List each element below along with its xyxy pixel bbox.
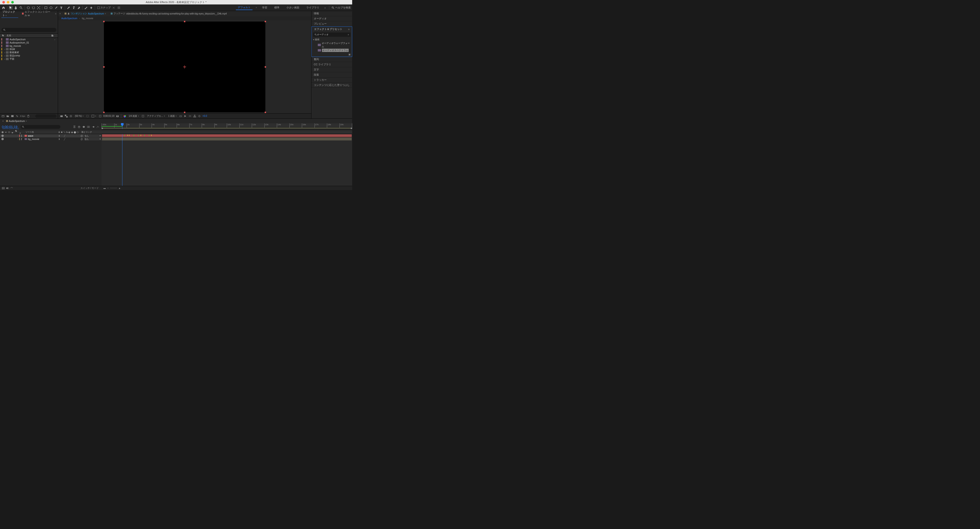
switch-icon[interactable]: ⬍ bbox=[58, 135, 60, 137]
channels-icon[interactable] bbox=[99, 115, 102, 118]
visibility-toggle-icon[interactable] bbox=[2, 135, 4, 137]
tabs-overflow-icon[interactable]: » bbox=[54, 12, 58, 15]
roto-brush-tool-icon[interactable] bbox=[84, 6, 88, 10]
panel-content-aware-fill[interactable]: コンテンツに応じた塗りつぶし bbox=[312, 83, 352, 88]
effects-search-input[interactable] bbox=[317, 33, 348, 36]
graph-editor-icon[interactable] bbox=[96, 125, 100, 129]
snap-options-2-icon[interactable] bbox=[117, 6, 121, 10]
flowchart-icon[interactable] bbox=[193, 115, 196, 118]
effect-item-spectrum[interactable]: オーディオスペクトラム bbox=[313, 48, 350, 52]
project-item[interactable]: bg_moovie bbox=[0, 44, 58, 48]
resolution-dropdown[interactable]: 1/4 画質 bbox=[128, 115, 140, 118]
tab-project[interactable]: プロジェクト ≡ bbox=[0, 10, 20, 18]
fast-previews-icon[interactable] bbox=[142, 115, 145, 118]
switch-icon[interactable]: ╱ bbox=[64, 135, 65, 137]
workspace-small[interactable]: 小さい画面 bbox=[285, 5, 301, 10]
snapshot-icon[interactable] bbox=[116, 115, 119, 118]
rectangle-tool-icon[interactable] bbox=[44, 6, 48, 10]
project-item[interactable]: ›動画素材 bbox=[0, 51, 58, 54]
timeline-icon[interactable] bbox=[188, 115, 192, 118]
toggle-switches-icon[interactable] bbox=[2, 187, 5, 190]
workspace-overflow-icon[interactable]: » bbox=[325, 6, 326, 9]
workspace-menu-icon[interactable]: ≡ bbox=[256, 6, 257, 9]
switch-icon[interactable]: ╱ bbox=[64, 138, 65, 140]
orbit-tool-icon[interactable] bbox=[26, 6, 30, 10]
views-dropdown[interactable]: 1 画面 bbox=[167, 115, 178, 118]
panel-align[interactable]: 整列 bbox=[312, 57, 352, 62]
workspace-default[interactable]: デフォルト bbox=[236, 5, 253, 10]
workspace-standard[interactable]: 標準 bbox=[272, 5, 281, 10]
brush-tool-icon[interactable] bbox=[67, 6, 71, 10]
project-item[interactable]: ›平面 bbox=[0, 57, 58, 61]
work-area-start-handle[interactable] bbox=[102, 127, 103, 129]
zoom-in-icon[interactable]: ▲ bbox=[118, 187, 121, 190]
visibility-toggle-icon[interactable] bbox=[2, 138, 4, 140]
transform-handle[interactable] bbox=[265, 21, 266, 22]
color-depth-label[interactable]: 8 bpc bbox=[20, 115, 25, 117]
transform-handle[interactable] bbox=[103, 66, 105, 68]
panel-cc-library[interactable]: CC ライブラリ bbox=[312, 62, 352, 67]
close-window-button[interactable] bbox=[2, 1, 5, 3]
anchor-point-icon[interactable] bbox=[183, 65, 186, 69]
motion-blur-icon[interactable] bbox=[91, 125, 95, 129]
fast-preview-icon[interactable] bbox=[184, 115, 187, 118]
effects-category[interactable]: ▾描画 bbox=[313, 38, 350, 41]
transparency-grid-icon[interactable] bbox=[65, 115, 68, 118]
twirl-icon[interactable]: › bbox=[18, 138, 18, 140]
time-ruler[interactable]: :00s1s2s3s4s5s6s7s8s9s10s11s12s13s14s15s… bbox=[102, 123, 352, 127]
transform-handle[interactable] bbox=[184, 21, 185, 22]
camera-dropdown[interactable]: アクティブカ... bbox=[146, 115, 165, 118]
zoom-slider-handle[interactable]: ○ bbox=[107, 187, 108, 190]
pixel-aspect-icon[interactable] bbox=[179, 115, 182, 118]
twirl-icon[interactable]: › bbox=[3, 54, 6, 57]
panel-character[interactable]: 文字 bbox=[312, 67, 352, 72]
pickwhip-icon[interactable]: @ bbox=[81, 135, 83, 137]
timeline-layer-row[interactable]: ›2 bg_moovie ⬍╱ @なし bbox=[0, 137, 352, 141]
clone-tool-icon[interactable] bbox=[72, 6, 76, 10]
exposure-value[interactable]: +0.0 bbox=[202, 115, 207, 117]
tab-effect-controls[interactable]: エフェクトコントロール w bbox=[20, 10, 54, 18]
ellipse-tool-icon[interactable] bbox=[49, 6, 53, 10]
timeline-search-input[interactable] bbox=[21, 125, 60, 129]
zoom-dropdown[interactable]: (50 %) bbox=[74, 115, 84, 117]
eraser-tool-icon[interactable] bbox=[77, 6, 81, 10]
draft-3d-icon[interactable] bbox=[77, 125, 81, 129]
twirl-icon[interactable]: › bbox=[18, 135, 18, 137]
minimize-window-button[interactable] bbox=[7, 1, 10, 3]
project-item[interactable]: ›BGM bbox=[0, 48, 58, 51]
show-channel-icon[interactable] bbox=[123, 115, 126, 118]
layer-duration-bar[interactable] bbox=[102, 134, 352, 137]
label-color-icon[interactable] bbox=[19, 135, 20, 137]
twirl-icon[interactable]: › bbox=[3, 48, 6, 51]
panel-menu-icon[interactable]: ≡ bbox=[348, 28, 350, 31]
project-item[interactable]: AudioSpectrum⬩ bbox=[0, 38, 58, 41]
timeline-tab[interactable]: AudioSpectrum ≡ bbox=[5, 120, 28, 123]
effect-item-waveform[interactable]: オーディオウェーブフォーム bbox=[313, 41, 350, 48]
transform-handle[interactable] bbox=[265, 112, 266, 113]
zoom-tool-icon[interactable] bbox=[19, 6, 23, 10]
hide-shy-icon[interactable] bbox=[82, 125, 86, 129]
viewer-timecode[interactable]: 0;00;01;19 bbox=[103, 115, 114, 117]
source-name-column[interactable]: ソース名 bbox=[25, 131, 58, 134]
panel-tracker[interactable]: トラッカー bbox=[312, 78, 352, 82]
breadcrumb-current[interactable]: AudioSpectrum bbox=[61, 17, 77, 20]
work-area-bar[interactable] bbox=[102, 127, 352, 129]
grid-guides-dropdown[interactable] bbox=[91, 115, 97, 118]
workspace-learn[interactable]: 学習 bbox=[260, 5, 269, 10]
toggle-transfer-icon[interactable] bbox=[10, 187, 13, 190]
current-time-indicator-line[interactable] bbox=[122, 141, 123, 186]
close-tab-icon[interactable]: × bbox=[58, 13, 62, 15]
apply-effect-icon[interactable]: ▣ bbox=[348, 53, 350, 56]
transform-handle[interactable] bbox=[103, 21, 105, 22]
interpret-footage-icon[interactable] bbox=[2, 115, 5, 118]
snap-options-icon[interactable] bbox=[111, 6, 116, 10]
work-area-end-handle[interactable] bbox=[351, 127, 352, 129]
layer-duration-bar[interactable] bbox=[102, 138, 352, 140]
parent-dropdown[interactable]: なし bbox=[84, 134, 102, 137]
panel-paragraph[interactable]: 段落 bbox=[312, 72, 352, 77]
twirl-icon[interactable]: › bbox=[3, 58, 6, 61]
hand-tool-icon[interactable] bbox=[14, 6, 18, 10]
help-search[interactable]: ヘルプを検索 bbox=[329, 6, 351, 10]
mask-visibility-icon[interactable] bbox=[69, 115, 73, 118]
rotation-tool-icon[interactable] bbox=[31, 6, 35, 10]
